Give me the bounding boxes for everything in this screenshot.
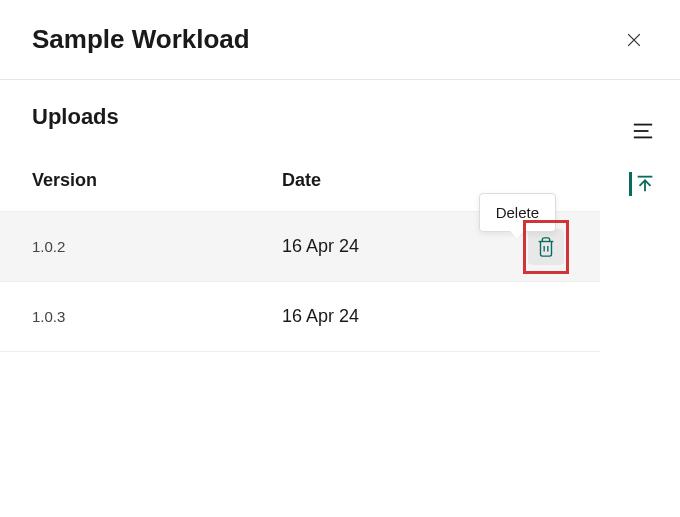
hamburger-icon [632, 122, 654, 140]
uploads-table: Version Date 1.0.2 16 Apr 24 Delete [0, 170, 600, 352]
menu-button[interactable] [632, 122, 654, 144]
version-cell: 1.0.3 [32, 308, 282, 325]
row-actions: Delete [528, 229, 564, 265]
section-title: Uploads [0, 104, 680, 130]
close-icon [624, 30, 644, 50]
date-cell: 16 Apr 24 [282, 306, 482, 327]
date-cell: 16 Apr 24 [282, 236, 482, 257]
delete-button[interactable] [528, 229, 564, 265]
version-cell: 1.0.2 [32, 238, 282, 255]
close-button[interactable] [620, 26, 648, 54]
upload-indicator-bar [629, 172, 632, 196]
upload-to-top-icon [634, 173, 656, 195]
upload-button[interactable] [629, 172, 656, 196]
dialog-header: Sample Workload [0, 0, 680, 80]
table-row[interactable]: 1.0.3 16 Apr 24 [0, 282, 600, 352]
table-row[interactable]: 1.0.2 16 Apr 24 Delete [0, 212, 600, 282]
side-toolbar [629, 122, 656, 196]
page-title: Sample Workload [32, 24, 250, 55]
delete-tooltip: Delete [479, 193, 556, 232]
column-header-date: Date [282, 170, 482, 191]
column-header-version: Version [32, 170, 282, 191]
content-area: Uploads Version Date 1.0.2 16 Apr 24 Del… [0, 80, 680, 352]
trash-icon [535, 236, 557, 258]
